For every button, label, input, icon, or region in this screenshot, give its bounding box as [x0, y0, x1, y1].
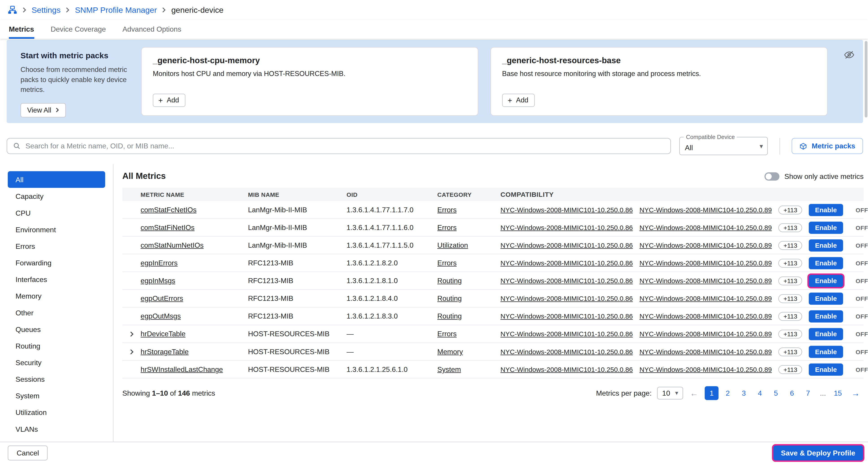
metric-name-link[interactable]: comStatFiNetIOs — [141, 223, 195, 232]
more-devices-badge[interactable]: +113 — [778, 347, 802, 356]
breadcrumb-settings-link[interactable]: Settings — [32, 6, 61, 14]
page-button-15[interactable]: 15 — [831, 386, 845, 400]
more-devices-badge[interactable]: +113 — [778, 258, 802, 267]
more-devices-badge[interactable]: +113 — [778, 312, 802, 321]
category-link[interactable]: Errors — [437, 330, 457, 338]
show-active-metrics-toggle[interactable] — [765, 172, 779, 180]
category-link[interactable]: Memory — [437, 347, 463, 356]
metric-search-input[interactable] — [26, 142, 664, 150]
save-deploy-button[interactable]: Save & Deploy Profile — [773, 445, 863, 461]
hide-banner-eye-off-icon[interactable] — [844, 47, 854, 116]
metric-name-link[interactable]: hrStorageTable — [141, 347, 189, 356]
device-hierarchy-icon[interactable] — [8, 6, 17, 14]
tab-metrics[interactable]: Metrics — [9, 20, 34, 39]
metric-name-link[interactable]: egpInMsgs — [141, 277, 175, 285]
sidebar-item-queues[interactable]: Queues — [8, 321, 105, 337]
row-expand-chevron-icon[interactable] — [122, 349, 141, 354]
sidebar-item-other[interactable]: Other — [8, 304, 105, 321]
category-link[interactable]: Routing — [437, 294, 462, 302]
compatible-device-link[interactable]: NYC-Windows-2008-MIMIC101-10.250.0.86 — [500, 277, 633, 285]
enable-button[interactable]: Enable — [809, 292, 843, 304]
compatible-device-link[interactable]: NYC-Windows-2008-MIMIC101-10.250.0.86 — [500, 224, 633, 231]
page-button-1[interactable]: 1 — [705, 386, 719, 400]
sidebar-item-sessions[interactable]: Sessions — [8, 371, 105, 387]
page-button-2[interactable]: 2 — [721, 386, 735, 400]
compatible-device-link[interactable]: NYC-Windows-2008-MIMIC104-10.250.0.89 — [639, 224, 772, 231]
cancel-button[interactable]: Cancel — [8, 445, 48, 461]
compatible-device-link[interactable]: NYC-Windows-2008-MIMIC104-10.250.0.89 — [639, 312, 772, 320]
compatible-device-link[interactable]: NYC-Windows-2008-MIMIC101-10.250.0.86 — [500, 330, 633, 338]
sidebar-item-forwarding[interactable]: Forwarding — [8, 254, 105, 271]
enable-button[interactable]: Enable — [809, 257, 843, 269]
more-devices-badge[interactable]: +113 — [778, 205, 802, 214]
compatible-device-link[interactable]: NYC-Windows-2008-MIMIC101-10.250.0.86 — [500, 206, 633, 213]
sidebar-item-capacity[interactable]: Capacity — [8, 188, 105, 204]
page-button-4[interactable]: 4 — [753, 386, 767, 400]
more-devices-badge[interactable]: +113 — [778, 329, 802, 339]
more-devices-badge[interactable]: +113 — [778, 276, 802, 285]
page-button-7[interactable]: 7 — [801, 386, 815, 400]
scrollbar-thumb[interactable] — [865, 41, 867, 117]
more-devices-badge[interactable]: +113 — [778, 223, 802, 232]
enable-button[interactable]: Enable — [809, 345, 843, 357]
compatible-device-link[interactable]: NYC-Windows-2008-MIMIC104-10.250.0.89 — [639, 330, 772, 338]
metric-packs-button[interactable]: Metric packs — [792, 138, 863, 154]
category-link[interactable]: Errors — [437, 223, 457, 232]
category-link[interactable]: System — [437, 365, 461, 373]
compatible-device-link[interactable]: NYC-Windows-2008-MIMIC104-10.250.0.89 — [639, 366, 772, 373]
more-devices-badge[interactable]: +113 — [778, 294, 802, 303]
sidebar-item-vlans[interactable]: VLANs — [8, 420, 105, 437]
compatible-device-link[interactable]: NYC-Windows-2008-MIMIC104-10.250.0.89 — [639, 259, 772, 267]
compatible-device-link[interactable]: NYC-Windows-2008-MIMIC101-10.250.0.86 — [500, 241, 633, 249]
category-link[interactable]: Routing — [437, 312, 462, 320]
sidebar-item-system[interactable]: System — [8, 387, 105, 404]
category-link[interactable]: Routing — [437, 277, 462, 285]
enable-button[interactable]: Enable — [809, 239, 843, 251]
metric-name-link[interactable]: comStatFcNetIOs — [141, 206, 197, 214]
compatible-device-link[interactable]: NYC-Windows-2008-MIMIC101-10.250.0.86 — [500, 348, 633, 355]
more-devices-badge[interactable]: +113 — [778, 365, 802, 374]
metric-name-link[interactable]: hrSWInstalledLastChange — [141, 365, 223, 373]
metric-name-link[interactable]: egpInErrors — [141, 259, 178, 267]
page-button-6[interactable]: 6 — [785, 386, 799, 400]
page-button-3[interactable]: 3 — [737, 386, 751, 400]
row-expand-chevron-icon[interactable] — [122, 331, 141, 337]
enable-button[interactable]: Enable — [809, 274, 843, 287]
category-link[interactable]: Errors — [437, 206, 457, 214]
enable-button[interactable]: Enable — [809, 363, 843, 375]
sidebar-item-interfaces[interactable]: Interfaces — [8, 271, 105, 288]
sidebar-item-cpu[interactable]: CPU — [8, 204, 105, 221]
sidebar-item-errors[interactable]: Errors — [8, 238, 105, 254]
sidebar-item-memory[interactable]: Memory — [8, 288, 105, 304]
enable-button[interactable]: Enable — [809, 222, 843, 234]
prev-page-arrow[interactable]: ← — [686, 388, 702, 398]
metric-name-link[interactable]: egpOutErrors — [141, 294, 183, 302]
sidebar-item-environment[interactable]: Environment — [8, 221, 105, 238]
enable-button[interactable]: Enable — [809, 310, 843, 322]
compatible-device-select[interactable]: Compatible Device All ▾ — [679, 137, 768, 155]
compatible-device-link[interactable]: NYC-Windows-2008-MIMIC104-10.250.0.89 — [639, 277, 772, 285]
add-pack-button[interactable]: + Add — [153, 94, 186, 107]
tab-device-coverage[interactable]: Device Coverage — [51, 20, 106, 39]
category-link[interactable]: Errors — [437, 259, 457, 267]
category-link[interactable]: Utilization — [437, 241, 468, 249]
sidebar-item-all[interactable]: All — [8, 171, 105, 188]
metric-name-link[interactable]: egpOutMsgs — [141, 312, 181, 320]
per-page-select[interactable]: 10 ▾ — [657, 387, 683, 400]
add-pack-button[interactable]: + Add — [502, 94, 535, 107]
metric-name-link[interactable]: hrDeviceTable — [141, 330, 185, 338]
metric-name-link[interactable]: comStatNumNetIOs — [141, 241, 204, 249]
compatible-device-link[interactable]: NYC-Windows-2008-MIMIC101-10.250.0.86 — [500, 312, 633, 320]
page-button-5[interactable]: 5 — [769, 386, 783, 400]
compatible-device-link[interactable]: NYC-Windows-2008-MIMIC101-10.250.0.86 — [500, 259, 633, 267]
sidebar-item-security[interactable]: Security — [8, 354, 105, 371]
more-devices-badge[interactable]: +113 — [778, 241, 802, 250]
sidebar-item-utilization[interactable]: Utilization — [8, 404, 105, 420]
view-all-button[interactable]: View All — [20, 103, 66, 118]
compatible-device-link[interactable]: NYC-Windows-2008-MIMIC104-10.250.0.89 — [639, 294, 772, 302]
enable-button[interactable]: Enable — [809, 204, 843, 215]
compatible-device-link[interactable]: NYC-Windows-2008-MIMIC104-10.250.0.89 — [639, 348, 772, 355]
compatible-device-link[interactable]: NYC-Windows-2008-MIMIC104-10.250.0.89 — [639, 206, 772, 213]
compatible-device-link[interactable]: NYC-Windows-2008-MIMIC104-10.250.0.89 — [639, 241, 772, 249]
enable-button[interactable]: Enable — [809, 328, 843, 340]
